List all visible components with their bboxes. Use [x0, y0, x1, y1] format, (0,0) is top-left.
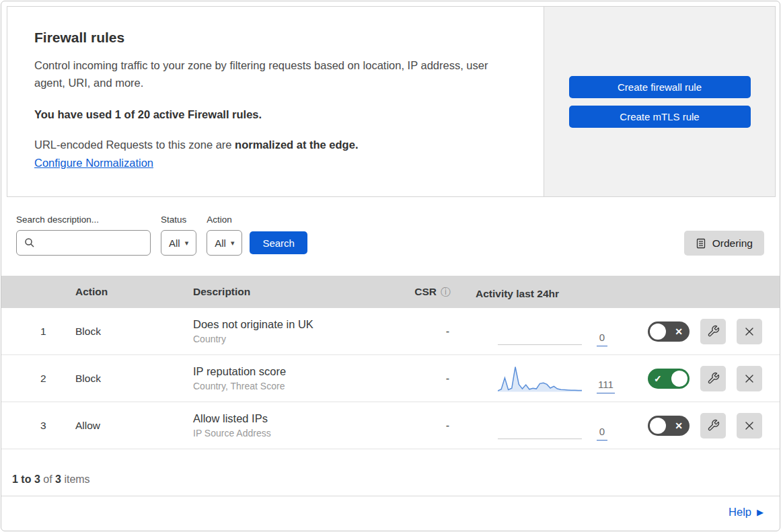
rule-description: Does not originate in UK [193, 318, 405, 331]
wrench-icon [707, 419, 720, 432]
action-select-value: All [215, 237, 226, 249]
toggle-knob [650, 324, 666, 340]
activity-sparkline [498, 317, 582, 346]
rule-csr-value: - [405, 373, 466, 385]
info-icon[interactable]: ⓘ [441, 286, 451, 299]
rule-enabled-toggle[interactable]: ✓ ✕ [648, 416, 690, 436]
ordering-button-label: Ordering [712, 237, 753, 250]
search-label: Search description... [16, 215, 151, 225]
status-select[interactable]: All ▾ [161, 230, 196, 256]
activity-sparkline [498, 411, 582, 441]
rule-activity-cell: 111 [466, 355, 634, 402]
activity-count-link[interactable]: 111 [597, 379, 615, 393]
rule-action: Block [75, 373, 193, 385]
page-description: Control incoming traffic to your zone by… [34, 56, 512, 92]
rule-description: IP reputation score [193, 365, 405, 378]
range-text: 1 to 3 [12, 473, 40, 485]
help-link-label: Help [729, 506, 751, 519]
rule-description: Allow listed IPs [193, 412, 405, 425]
rule-description-cell: Does not originate in UK Country [193, 318, 405, 344]
rule-controls: ✓ ✕ [634, 366, 780, 391]
search-input[interactable] [40, 237, 145, 249]
close-icon [743, 419, 756, 432]
chevron-down-icon: ▾ [231, 239, 235, 248]
filter-bar: Search description... Status All ▾ Actio… [1, 197, 780, 276]
table-row: 3 Allow Allow listed IPs IP Source Addre… [1, 402, 780, 449]
rule-priority: 3 [1, 420, 75, 432]
rule-action: Allow [75, 420, 193, 432]
usage-text: You have used 1 of 20 active Firewall ru… [34, 108, 517, 121]
help-link[interactable]: Help ▶ [729, 506, 764, 519]
close-icon [743, 372, 756, 385]
configure-normalization-link[interactable]: Configure Normalization [34, 157, 153, 169]
header-info: Firewall rules Control incoming traffic … [7, 7, 544, 196]
activity-column-header: Activity last 24hr [466, 276, 634, 308]
edit-rule-button[interactable] [700, 319, 726, 344]
csr-column-label: CSR [414, 286, 437, 298]
items-text: items [61, 473, 90, 485]
table-body: 1 Block Does not originate in UK Country… [1, 308, 780, 449]
normalization-text-bold: normalized at the edge. [235, 139, 358, 151]
rule-fields: IP Source Address [193, 428, 405, 439]
description-column-header: Description [193, 286, 405, 298]
rule-priority: 2 [1, 373, 75, 385]
close-icon [743, 325, 756, 338]
rule-fields: Country, Threat Score [193, 381, 405, 391]
x-icon: ✕ [675, 326, 683, 336]
rule-controls: ✓ ✕ [634, 413, 780, 439]
chevron-down-icon: ▾ [185, 239, 189, 248]
ordering-list-icon [696, 238, 706, 249]
status-field-group: Status All ▾ [161, 215, 196, 256]
rule-activity-cell: 0 [466, 402, 634, 449]
wrench-icon [707, 372, 720, 385]
total-text: 3 [55, 473, 61, 485]
rules-table: Action Description CSR ⓘ Activity last 2… [1, 276, 780, 449]
edit-rule-button[interactable] [700, 366, 726, 391]
table-row: 2 Block IP reputation score Country, Thr… [1, 355, 780, 402]
delete-rule-button[interactable] [737, 366, 762, 391]
rule-csr-value: - [405, 420, 466, 432]
normalization-text-plain: URL-encoded Requests to this zone are [34, 139, 235, 151]
rule-enabled-toggle[interactable]: ✓ ✕ [648, 369, 690, 389]
header-card: Firewall rules Control incoming traffic … [7, 6, 776, 197]
rule-action: Block [75, 326, 193, 338]
rule-fields: Country [193, 334, 405, 344]
search-field-group: Search description... [16, 215, 151, 256]
pagination-summary: 1 to 3 of 3 items [1, 449, 780, 496]
toggle-knob [650, 418, 666, 434]
page-title: Firewall rules [34, 30, 517, 46]
table-header-row: Action Description CSR ⓘ Activity last 2… [1, 276, 780, 308]
help-arrow-icon: ▶ [757, 507, 764, 517]
search-input-wrapper [16, 230, 151, 256]
rule-csr-value: - [405, 326, 466, 338]
create-firewall-rule-button[interactable]: Create firewall rule [569, 76, 751, 98]
action-select[interactable]: All ▾ [207, 230, 242, 256]
activity-count-link[interactable]: 0 [597, 426, 607, 441]
x-icon: ✕ [675, 420, 683, 430]
of-text: of [40, 473, 55, 485]
create-mtls-rule-button[interactable]: Create mTLS rule [569, 106, 751, 128]
actions-panel: Create firewall rule Create mTLS rule [544, 7, 775, 196]
table-row: 1 Block Does not originate in UK Country… [1, 308, 780, 355]
csr-column-header: CSR ⓘ [405, 286, 466, 299]
activity-sparkline [498, 364, 582, 393]
rule-controls: ✓ ✕ [634, 319, 780, 344]
rule-activity-cell: 0 [466, 308, 634, 354]
search-icon [24, 237, 35, 248]
firewall-rules-page: Firewall rules Control incoming traffic … [1, 1, 780, 531]
wrench-icon [707, 325, 720, 338]
help-bar: Help ▶ [1, 496, 780, 527]
action-label: Action [207, 215, 242, 225]
search-button[interactable]: Search [250, 231, 307, 254]
rule-description-cell: Allow listed IPs IP Source Address [193, 412, 405, 439]
activity-count-link[interactable]: 0 [597, 332, 607, 346]
toggle-knob [671, 371, 687, 387]
delete-rule-button[interactable] [737, 319, 762, 344]
check-icon: ✓ [654, 373, 662, 383]
edit-rule-button[interactable] [700, 413, 726, 439]
status-select-value: All [169, 237, 180, 249]
rule-enabled-toggle[interactable]: ✓ ✕ [648, 321, 690, 342]
ordering-button[interactable]: Ordering [684, 231, 764, 256]
delete-rule-button[interactable] [737, 413, 762, 439]
action-column-header: Action [75, 286, 193, 298]
